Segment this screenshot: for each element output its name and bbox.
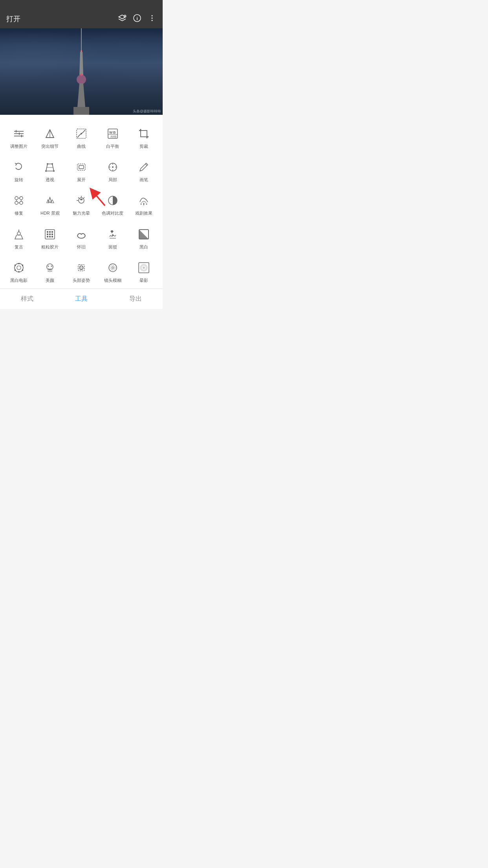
nav-style[interactable]: 样式 <box>21 295 33 303</box>
tool-glamour[interactable]: 魅力光晕 <box>66 188 97 221</box>
svg-rect-98 <box>22 269 23 271</box>
svg-rect-80 <box>47 231 48 233</box>
more-icon[interactable] <box>148 14 156 24</box>
svg-point-4 <box>152 15 153 16</box>
tool-curves[interactable]: 曲线 <box>66 121 97 154</box>
tool-drama[interactable]: 戏剧效果 <box>128 188 160 221</box>
tool-rotate[interactable]: 旋转 <box>3 154 35 188</box>
tools-row-4: 复古 粗粒胶片 <box>0 222 163 255</box>
svg-point-106 <box>80 267 81 267</box>
tool-retro-label: 复古 <box>15 245 23 250</box>
watermark: 头条@摄影咔咔咔 <box>133 109 161 114</box>
tool-retro[interactable]: 复古 <box>3 222 35 255</box>
tool-bwfilm[interactable]: 黑白电影 <box>3 255 35 289</box>
tool-crop[interactable]: 剪裁 <box>128 121 160 154</box>
wb-icon: W B AWB <box>105 127 121 141</box>
beauty-icon <box>42 261 58 275</box>
svg-text:i: i <box>137 16 138 20</box>
svg-rect-81 <box>49 231 51 233</box>
curves-icon <box>73 127 89 141</box>
hdr-icon <box>42 193 58 208</box>
svg-point-111 <box>112 267 113 268</box>
svg-line-65 <box>78 197 79 199</box>
tool-beauty[interactable]: 美颜 <box>35 255 66 289</box>
crop-icon <box>136 127 152 141</box>
tool-beauty-label: 美颜 <box>46 278 54 283</box>
svg-rect-43 <box>79 166 84 169</box>
bottom-nav: 样式 工具 导出 <box>0 289 163 309</box>
expand-icon <box>73 160 89 174</box>
tool-tonecontrast[interactable]: 色调对比度 <box>97 188 128 221</box>
grain-icon <box>42 227 58 241</box>
lensblur-icon <box>105 261 121 275</box>
svg-point-103 <box>51 265 52 267</box>
svg-point-38 <box>45 170 47 172</box>
brush-icon <box>136 160 152 174</box>
nostalgia-icon <box>73 227 89 241</box>
svg-rect-11 <box>73 107 89 115</box>
tool-detail[interactable]: 突出细节 <box>35 121 66 154</box>
tool-heal[interactable]: 修复 <box>3 188 35 221</box>
tool-adjust[interactable]: 调整图片 <box>3 121 35 154</box>
rotate-icon <box>11 160 27 174</box>
tool-bw[interactable]: 黑白 <box>128 222 160 255</box>
tool-headpose[interactable]: 头部姿势 <box>66 255 97 289</box>
svg-rect-83 <box>47 234 48 235</box>
bw-icon <box>136 227 152 241</box>
tool-curves-label: 曲线 <box>77 144 86 149</box>
tools-row-3: 修复 HDR 景观 <box>0 188 163 221</box>
glamour-icon <box>73 193 89 208</box>
svg-rect-99 <box>18 263 20 264</box>
tool-expand[interactable]: 展开 <box>66 154 97 188</box>
svg-point-13 <box>81 74 83 76</box>
tool-expand-label: 展开 <box>77 177 86 182</box>
svg-point-54 <box>20 201 23 204</box>
svg-line-64 <box>83 197 84 199</box>
vignette-icon <box>136 261 152 275</box>
tool-nostalgia[interactable]: 怀旧 <box>66 222 97 255</box>
tool-lensblur[interactable]: 镜头模糊 <box>97 255 128 289</box>
tool-local-label: 局部 <box>108 177 117 182</box>
drama-icon <box>136 193 152 208</box>
svg-point-75 <box>146 204 147 205</box>
svg-rect-85 <box>51 234 53 235</box>
svg-text:B: B <box>113 131 116 134</box>
svg-rect-100 <box>18 271 20 272</box>
tool-heal-label: 修复 <box>15 211 23 216</box>
headpose-icon <box>73 261 89 275</box>
tool-detail-label: 突出细节 <box>41 144 59 149</box>
tool-brush[interactable]: 画笔 <box>128 154 160 188</box>
tool-wb[interactable]: W B AWB 白平衡 <box>97 121 128 154</box>
svg-rect-84 <box>49 234 51 235</box>
layers-icon[interactable]: s <box>118 14 127 24</box>
tool-texture[interactable]: 斑驳 <box>97 222 128 255</box>
svg-rect-96 <box>15 269 16 271</box>
tool-vignette[interactable]: 晕影 <box>128 255 160 289</box>
tool-headpose-label: 头部姿势 <box>73 278 90 283</box>
tool-adjust-label: 调整图片 <box>10 144 28 149</box>
svg-point-39 <box>53 170 55 172</box>
tool-hdr[interactable]: HDR 景观 <box>35 188 66 221</box>
svg-rect-86 <box>47 236 48 237</box>
tool-texture-label: 斑驳 <box>108 245 117 250</box>
adjust-icon <box>11 127 27 141</box>
heal-icon <box>11 193 27 208</box>
tool-rotate-label: 旋转 <box>15 177 23 182</box>
tool-grain[interactable]: 粗粒胶片 <box>35 222 66 255</box>
tool-bw-label: 黑白 <box>139 245 148 250</box>
detail-icon <box>42 127 58 141</box>
retro-icon <box>11 227 27 241</box>
nav-export[interactable]: 导出 <box>129 295 142 303</box>
svg-rect-87 <box>49 236 51 237</box>
svg-rect-95 <box>15 265 16 266</box>
svg-rect-88 <box>51 236 53 237</box>
tool-perspective[interactable]: 透视 <box>35 154 66 188</box>
tool-local[interactable]: 局部 <box>97 154 128 188</box>
nav-tools[interactable]: 工具 <box>75 295 88 303</box>
info-icon[interactable]: i <box>133 14 141 24</box>
svg-point-45 <box>112 166 114 168</box>
svg-rect-29 <box>141 131 147 137</box>
svg-point-5 <box>152 17 153 18</box>
tool-lensblur-label: 镜头模糊 <box>104 278 121 283</box>
svg-point-94 <box>17 266 21 270</box>
